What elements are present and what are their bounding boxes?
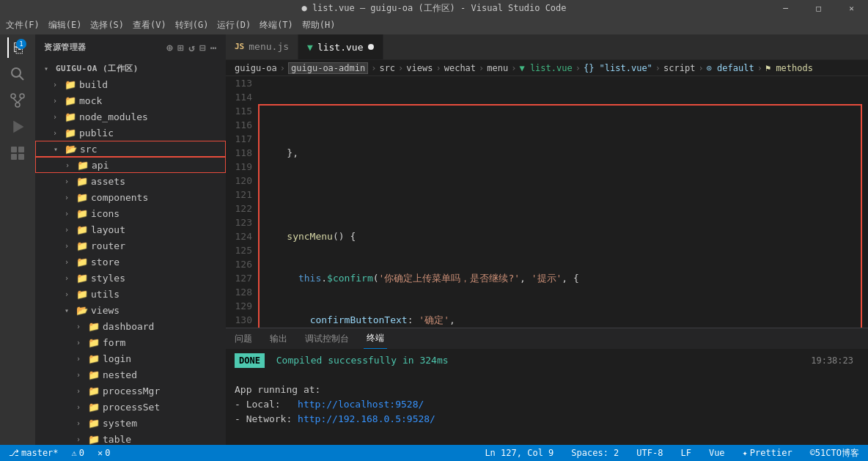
status-formatter[interactable]: ✦ Prettier: [740, 448, 795, 458]
menu-edit[interactable]: 编辑(E): [48, 19, 82, 32]
sidebar-item-build[interactable]: › 📁 build: [35, 76, 226, 92]
menu-file[interactable]: 文件(F): [6, 19, 40, 32]
terminal-content[interactable]: DONE Compiled successfully in 324ms 19:3…: [226, 349, 868, 445]
activity-search[interactable]: [7, 64, 28, 84]
activity-scm[interactable]: [7, 90, 28, 111]
menu-goto[interactable]: 转到(G): [175, 19, 209, 32]
code-line-117: confirmButtonText: '确定',: [264, 313, 862, 327]
menu-view[interactable]: 查看(V): [133, 19, 166, 32]
code-editor[interactable]: 113 114 115 116 117 118 119 120 121 122 …: [226, 76, 868, 328]
copyright-text: ©51CTO博客: [810, 447, 859, 460]
breadcrumb-script-tag[interactable]: script: [663, 63, 695, 73]
maximize-button[interactable]: □: [802, 0, 835, 16]
status-right: Ln 127, Col 9 Spaces: 2 UTF-8 LF Vue ✦ P…: [482, 447, 862, 460]
new-folder-icon[interactable]: ⊞: [177, 42, 184, 54]
tab-list-vue[interactable]: ▼ list.vue: [298, 34, 383, 59]
tab-problems[interactable]: 问题: [232, 328, 255, 349]
sidebar-item-mock[interactable]: › 📁 mock: [35, 92, 226, 108]
breadcrumb-src[interactable]: src: [379, 63, 395, 73]
more-icon[interactable]: ⋯: [210, 42, 217, 54]
breadcrumb-admin[interactable]: guigu-oa-admin: [288, 62, 368, 74]
minimize-button[interactable]: ─: [769, 0, 802, 16]
breadcrumb-default[interactable]: ⊙ default: [707, 63, 754, 73]
refresh-icon[interactable]: ↺: [188, 42, 195, 54]
status-language[interactable]: Vue: [706, 448, 728, 458]
sidebar-item-styles[interactable]: › 📁 styles: [35, 270, 226, 286]
svg-point-3: [20, 94, 24, 98]
warning-count: 0: [79, 448, 84, 458]
sidebar-item-login[interactable]: › 📁 login: [35, 350, 226, 366]
svg-rect-9: [18, 147, 24, 152]
close-button[interactable]: ✕: [835, 0, 868, 16]
tab-debug-console[interactable]: 调试控制台: [302, 328, 352, 349]
sidebar-item-router[interactable]: › 📁 router: [35, 237, 226, 254]
collapse-icon[interactable]: ⊟: [199, 42, 206, 54]
sidebar-item-utils[interactable]: › 📁 utils: [35, 286, 226, 302]
tab-terminal[interactable]: 终端: [364, 328, 387, 349]
folder-icon: 📁: [88, 337, 100, 348]
breadcrumb-guigu-oa[interactable]: guigu-oa: [235, 63, 277, 73]
js-icon: JS: [235, 42, 244, 51]
activity-extensions[interactable]: [7, 143, 28, 163]
eol-text: LF: [680, 448, 691, 458]
breadcrumb-script[interactable]: {} "list.vue": [584, 63, 652, 73]
menu-select[interactable]: 选择(S): [90, 19, 124, 32]
tab-output[interactable]: 输出: [267, 328, 290, 349]
sidebar-item-public[interactable]: › 📁 public: [35, 125, 226, 141]
sidebar-item-system[interactable]: › 📁 system: [35, 415, 226, 431]
sidebar-item-components[interactable]: › 📁 components: [35, 189, 226, 205]
breadcrumb-menu[interactable]: menu: [487, 63, 508, 73]
window-controls[interactable]: ─ □ ✕: [769, 0, 868, 16]
breadcrumb-methods[interactable]: ⚑ methods: [765, 63, 813, 73]
branch-name: master*: [21, 448, 59, 458]
status-position[interactable]: Ln 127, Col 9: [482, 448, 556, 458]
sidebar-item-dashboard[interactable]: › 📁 dashboard: [35, 318, 226, 334]
sidebar-item-processmgr[interactable]: › 📁 processMgr: [35, 383, 226, 399]
status-warnings[interactable]: ⚠ 0: [69, 448, 87, 458]
breadcrumb-wechat[interactable]: wechat: [444, 63, 476, 73]
network-url[interactable]: http://192.168.0.5:9528/: [298, 413, 435, 424]
new-file-icon[interactable]: ⊕: [166, 42, 173, 54]
menu-help[interactable]: 帮助(H): [302, 19, 336, 32]
breadcrumb-list-vue[interactable]: ▼ list.vue: [519, 63, 572, 73]
sidebar-item-store[interactable]: › 📁 store: [35, 254, 226, 270]
folder-icon: 📁: [88, 353, 100, 364]
sidebar-item-nested[interactable]: › 📁 nested: [35, 366, 226, 383]
activity-explorer[interactable]: ⎘ 1: [7, 37, 28, 58]
status-encoding[interactable]: UTF-8: [633, 448, 666, 458]
folder-icon: 📁: [77, 160, 89, 171]
breadcrumb-views[interactable]: views: [406, 63, 433, 73]
folder-icon: 📁: [88, 418, 100, 429]
sidebar-item-processset[interactable]: › 📁 processSet: [35, 399, 226, 415]
folder-icon: 📁: [65, 128, 76, 139]
status-eol[interactable]: LF: [677, 448, 694, 458]
sidebar-item-assets[interactable]: › 📁 assets: [35, 173, 226, 189]
sidebar-item-views[interactable]: ▾ 📂 views: [35, 302, 226, 318]
folder-icon: 📁: [88, 402, 100, 413]
sidebar-item-node-modules[interactable]: › 📁 node_modules: [35, 108, 226, 125]
sidebar-item-table[interactable]: › 📁 table: [35, 431, 226, 445]
sidebar-actions[interactable]: ⊕ ⊞ ↺ ⊟ ⋯: [166, 42, 217, 54]
activity-debug[interactable]: [7, 117, 28, 137]
tab-bar: JS menu.js ▼ list.vue: [226, 34, 868, 60]
sidebar-item-src[interactable]: ▾ 📂 src: [35, 141, 226, 157]
folder-icon: 📁: [65, 95, 76, 106]
menu-run[interactable]: 运行(D): [217, 19, 251, 32]
tab-label: list.vue: [317, 42, 364, 53]
folder-icon: 📁: [76, 224, 88, 235]
tab-menu-js[interactable]: JS menu.js: [226, 34, 298, 59]
local-url[interactable]: http://localhost:9528/: [298, 399, 424, 410]
sidebar-item-api[interactable]: › 📁 api: [35, 157, 226, 173]
status-branch[interactable]: ⎇ master*: [6, 448, 62, 458]
menu-terminal[interactable]: 终端(T): [260, 19, 293, 32]
sidebar-item-form[interactable]: › 📁 form: [35, 334, 226, 350]
status-left: ⎇ master* ⚠ 0 ✕ 0: [6, 448, 114, 458]
status-errors[interactable]: ✕ 0: [95, 448, 113, 458]
status-spaces[interactable]: Spaces: 2: [568, 448, 622, 458]
sidebar-item-icons[interactable]: › 📁 icons: [35, 205, 226, 221]
formatter-icon: ✦: [743, 448, 748, 458]
svg-line-5: [13, 98, 18, 103]
error-count: 0: [105, 448, 110, 458]
sidebar-item-layout[interactable]: › 📁 layout: [35, 221, 226, 237]
workspace-root[interactable]: ▾ GUIGU-OA (工作区): [35, 60, 226, 76]
